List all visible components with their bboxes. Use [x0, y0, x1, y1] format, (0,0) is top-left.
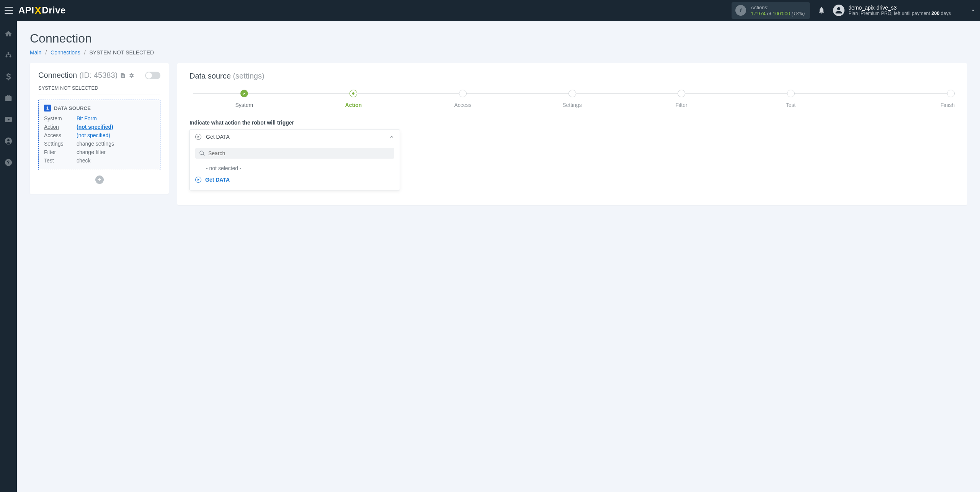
breadcrumb-connections[interactable]: Connections: [51, 49, 80, 56]
option-get-data[interactable]: Get DATA: [195, 174, 394, 185]
step-action[interactable]: Action: [299, 90, 408, 108]
step-test[interactable]: Test: [736, 90, 846, 108]
data-source-box: 1 DATA SOURCE System Bit Form Action (no…: [38, 100, 160, 170]
menu-toggle-button[interactable]: [5, 7, 13, 14]
logo-x: X: [35, 5, 42, 16]
sidebar-item-help[interactable]: [0, 156, 17, 169]
sidebar-item-connections[interactable]: [0, 49, 17, 61]
topbar: API X Drive i Actions: 17'974 of 100'000…: [0, 0, 980, 21]
step-filter[interactable]: Filter: [627, 90, 736, 108]
page-title: Connection: [30, 31, 967, 46]
breadcrumb-current: SYSTEM NOT SELECTED: [90, 49, 154, 56]
step-finish[interactable]: Finish: [845, 90, 955, 108]
row-action-val[interactable]: (not specified): [77, 124, 155, 130]
gear-icon[interactable]: [128, 72, 134, 79]
sidebar: [0, 21, 17, 492]
main-content: Connection Main / Connections / SYSTEM N…: [17, 21, 980, 492]
row-access-key: Access: [44, 132, 77, 138]
sidebar-item-business[interactable]: [0, 92, 17, 104]
row-action-key: Action: [44, 124, 77, 130]
row-system-key: System: [44, 115, 77, 121]
user-info[interactable]: demo_apix-drive_s3 Plan |Premium PRO| le…: [848, 5, 951, 16]
search-input[interactable]: [208, 150, 390, 156]
user-plan: Plan |Premium PRO| left until payment 20…: [848, 11, 951, 16]
step-badge: 1: [44, 105, 51, 112]
chevron-up-icon: [389, 134, 394, 139]
row-filter-val[interactable]: change filter: [77, 149, 155, 155]
sidebar-item-home[interactable]: [0, 28, 17, 40]
bell-icon[interactable]: [818, 7, 825, 14]
search-icon: [199, 150, 205, 156]
panel-title: Data source: [189, 72, 231, 80]
step-access[interactable]: Access: [408, 90, 518, 108]
info-icon: i: [735, 5, 746, 16]
chevron-down-icon[interactable]: [970, 7, 976, 13]
play-icon: [195, 177, 201, 183]
search-input-wrap: [195, 148, 394, 159]
connection-label: Connection: [38, 71, 77, 80]
system-not-selected: SYSTEM NOT SELECTED: [38, 85, 160, 95]
row-settings-val[interactable]: change settings: [77, 141, 155, 147]
breadcrumb-main[interactable]: Main: [30, 49, 41, 56]
row-test-val[interactable]: check: [77, 157, 155, 164]
document-icon[interactable]: [120, 72, 126, 79]
prompt-label: Indicate what action the robot will trig…: [189, 120, 955, 126]
svg-point-3: [200, 151, 203, 154]
panel-subtitle: (settings): [233, 72, 264, 80]
steps: System Action Access Settings Filter Tes…: [189, 90, 955, 108]
row-filter-key: Filter: [44, 149, 77, 155]
row-system-val[interactable]: Bit Form: [77, 115, 155, 121]
play-icon: [195, 134, 201, 140]
sidebar-item-video[interactable]: [0, 113, 17, 126]
sidebar-item-pricing[interactable]: [0, 71, 17, 83]
option-none[interactable]: - not selected -: [195, 162, 394, 174]
sidebar-item-account[interactable]: [0, 135, 17, 147]
step-settings[interactable]: Settings: [518, 90, 627, 108]
breadcrumb: Main / Connections / SYSTEM NOT SELECTED: [30, 49, 967, 56]
actions-label: Actions:: [751, 5, 805, 10]
avatar-icon[interactable]: [833, 5, 844, 16]
select-toggle[interactable]: Get DATA: [190, 130, 400, 144]
row-test-key: Test: [44, 157, 77, 164]
data-source-title: DATA SOURCE: [54, 105, 91, 111]
logo-text-2: Drive: [42, 5, 66, 16]
actions-pct: (18%): [792, 11, 805, 16]
data-source-panel: Data source (settings) System Action Acc…: [177, 63, 967, 205]
user-name: demo_apix-drive_s3: [848, 5, 951, 11]
logo-text-1: API: [18, 5, 34, 16]
logo[interactable]: API X Drive: [18, 5, 66, 16]
row-access-val[interactable]: (not specified): [77, 132, 155, 138]
actions-total: 100'000: [773, 11, 790, 16]
connection-toggle[interactable]: [145, 72, 160, 79]
actions-of: of: [767, 11, 771, 16]
row-settings-key: Settings: [44, 141, 77, 147]
add-button[interactable]: +: [95, 175, 104, 184]
connection-card: Connection (ID: 45383) SYSTEM NOT SELECT…: [30, 63, 169, 194]
actions-counter[interactable]: i Actions: 17'974 of 100'000 (18%): [732, 2, 810, 19]
connection-id: (ID: 45383): [79, 71, 118, 80]
select-value: Get DATA: [206, 134, 384, 140]
step-system[interactable]: System: [189, 90, 299, 108]
action-select: Get DATA - not selected - Get DAT: [189, 130, 400, 190]
actions-current: 17'974: [751, 11, 766, 16]
